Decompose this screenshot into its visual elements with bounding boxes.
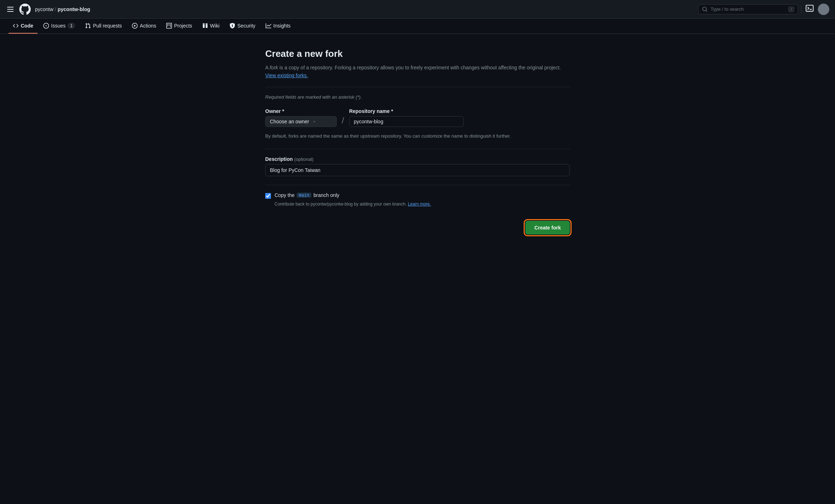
issues-icon xyxy=(43,23,49,29)
code-icon xyxy=(13,23,19,29)
search-kbd: / xyxy=(788,6,794,12)
security-icon xyxy=(229,23,235,29)
repo-name-input[interactable] xyxy=(349,116,464,127)
nav-item-projects[interactable]: Projects xyxy=(162,19,197,34)
chevron-down-icon xyxy=(312,119,316,124)
owner-select[interactable]: Choose an owner xyxy=(265,116,337,127)
repo-path: pycontw / pycontw-blog xyxy=(35,6,90,12)
nav-projects-label: Projects xyxy=(174,23,192,29)
nav-security-label: Security xyxy=(237,23,256,29)
description-label: Description (optional) xyxy=(265,156,570,162)
copy-branch-suffix: branch only xyxy=(313,192,339,198)
main-content: Create a new fork A fork is a copy of a … xyxy=(257,34,578,249)
owner-select-text: Choose an owner xyxy=(270,119,309,124)
avatar[interactable] xyxy=(818,4,829,15)
nav-item-insights[interactable]: Insights xyxy=(261,19,295,34)
top-bar-right: Type / to search / xyxy=(698,3,829,15)
owner-label: Owner * xyxy=(265,108,337,114)
description-input[interactable] xyxy=(265,164,570,176)
nav-pullrequests-label: Pull requests xyxy=(93,23,122,29)
owner-group: Owner * Choose an owner xyxy=(265,108,337,127)
repo-nav: Code Issues 1 Pull requests Actions Proj… xyxy=(0,19,835,34)
nav-item-security[interactable]: Security xyxy=(225,19,260,34)
create-fork-button[interactable]: Create fork xyxy=(525,221,570,234)
repo-name-help: By default, forks are named the same as … xyxy=(265,133,570,140)
slash-separator: / xyxy=(340,115,346,125)
section-divider xyxy=(265,87,570,87)
hamburger-menu[interactable] xyxy=(6,5,15,13)
fork-description: A fork is a copy of a repository. Forkin… xyxy=(265,64,570,80)
nav-item-issues[interactable]: Issues 1 xyxy=(39,19,79,34)
top-bar-left: pycontw / pycontw-blog xyxy=(6,4,694,15)
search-icon xyxy=(702,6,708,12)
form-actions: Create fork xyxy=(265,221,570,234)
nav-actions-label: Actions xyxy=(140,23,156,29)
description-divider xyxy=(265,149,570,149)
top-bar-divider xyxy=(801,5,801,14)
top-bar: pycontw / pycontw-blog Type / to search … xyxy=(0,0,835,19)
fork-word: fork xyxy=(270,65,278,70)
nav-item-code[interactable]: Code xyxy=(9,19,38,34)
pull-request-icon xyxy=(85,23,91,29)
insights-icon xyxy=(266,23,271,29)
nav-item-actions[interactable]: Actions xyxy=(128,19,160,34)
nav-wiki-label: Wiki xyxy=(210,23,219,29)
search-box[interactable]: Type / to search / xyxy=(698,4,798,14)
search-placeholder: Type / to search xyxy=(711,6,785,12)
learn-more-link[interactable]: Learn more. xyxy=(408,202,431,207)
nav-item-wiki[interactable]: Wiki xyxy=(198,19,224,34)
actions-icon xyxy=(132,23,138,29)
terminal-icon[interactable] xyxy=(804,3,815,15)
required-note: Required fields are marked with an aster… xyxy=(265,94,570,100)
wiki-icon xyxy=(202,23,208,29)
github-logo xyxy=(19,4,31,15)
branch-badge: main xyxy=(297,193,311,198)
copy-branch-label: Copy the main branch only xyxy=(275,192,339,198)
copy-branch-help: Contribute back to pycontw/pycontw-blog … xyxy=(275,202,570,207)
nav-insights-label: Insights xyxy=(273,23,291,29)
issues-badge: 1 xyxy=(68,23,75,29)
page-title: Create a new fork xyxy=(265,48,570,59)
copy-branch-checkbox[interactable] xyxy=(265,193,271,199)
nav-item-pull-requests[interactable]: Pull requests xyxy=(81,19,126,34)
copy-branch-prefix: Copy the xyxy=(275,192,295,198)
copy-branch-row: Copy the main branch only xyxy=(265,192,570,199)
repo-name[interactable]: pycontw-blog xyxy=(58,6,90,12)
nav-code-label: Code xyxy=(21,23,33,29)
description-optional: (optional) xyxy=(294,157,313,162)
repo-name-label: Repository name * xyxy=(349,108,464,114)
description-group: Description (optional) xyxy=(265,156,570,176)
view-forks-link[interactable]: View existing forks. xyxy=(265,73,308,78)
projects-icon xyxy=(166,23,172,29)
owner-repo-row: Owner * Choose an owner / Repository nam… xyxy=(265,108,570,127)
repo-owner[interactable]: pycontw xyxy=(35,6,53,12)
path-separator: / xyxy=(55,6,56,12)
copy-branch-divider xyxy=(265,185,570,185)
nav-issues-label: Issues xyxy=(51,23,65,29)
repo-name-group: Repository name * xyxy=(349,108,464,127)
